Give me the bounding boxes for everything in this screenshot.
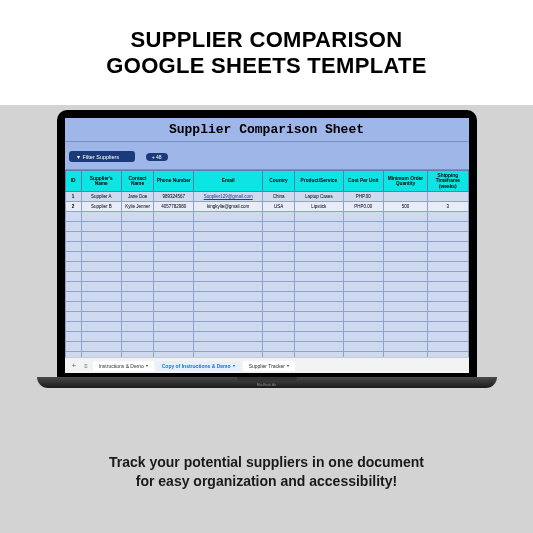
col-product[interactable]: Product/Service <box>295 171 343 192</box>
sheet-title: Supplier Comparison Sheet <box>65 118 469 142</box>
table-row[interactable]: 2 Supplier B Kylie Jenner 4057782980 kin… <box>65 201 468 211</box>
cell-phone[interactable]: 989324567 <box>154 191 194 201</box>
col-country[interactable]: Country <box>262 171 294 192</box>
table-row[interactable] <box>65 221 468 231</box>
tab-instructions[interactable]: Instructions & Demo▾ <box>93 361 154 371</box>
cell-contact[interactable]: Kylie Jenner <box>121 201 153 211</box>
add-pill[interactable]: + 48 <box>146 153 168 161</box>
table-row[interactable] <box>65 281 468 291</box>
col-id[interactable]: ID <box>65 171 81 192</box>
device-label: MacBook Air <box>257 383 277 387</box>
table-row[interactable] <box>65 271 468 281</box>
supplier-table: ID Supplier's Name Contact Name Phone Nu… <box>65 170 469 372</box>
cell-contact[interactable]: Jane Doe <box>121 191 153 201</box>
table-body: 1 Supplier A Jane Doe 989324567 Supplier… <box>65 191 468 371</box>
sheet-tabs: + ≡ Instructions & Demo▾ Copy of Instruc… <box>65 357 469 373</box>
cell-country[interactable]: China <box>262 191 294 201</box>
laptop-base: MacBook Air <box>37 377 497 388</box>
cell-ship[interactable]: 3 <box>428 201 468 211</box>
add-sheet-button[interactable]: + <box>69 361 80 370</box>
table-row[interactable] <box>65 261 468 271</box>
table-row[interactable] <box>65 251 468 261</box>
main-heading: SUPPLIER COMPARISON GOOGLE SHEETS TEMPLA… <box>106 27 426 78</box>
cell-id[interactable]: 2 <box>65 201 81 211</box>
filter-label: Filter Suppliers <box>83 154 120 160</box>
table-row[interactable] <box>65 291 468 301</box>
heading-line-1: SUPPLIER COMPARISON <box>131 27 403 52</box>
filter-suppliers-button[interactable]: Filter Suppliers <box>69 151 136 162</box>
chevron-down-icon: ▾ <box>146 363 148 368</box>
chevron-down-icon: ▾ <box>233 363 235 368</box>
tagline-line-2: for easy organization and accessibility! <box>136 473 397 489</box>
cell-name[interactable]: Supplier A <box>81 191 121 201</box>
heading-line-2: GOOGLE SHEETS TEMPLATE <box>106 53 426 78</box>
cell-cost[interactable]: PHP.00 <box>343 191 383 201</box>
tagline-line-1: Track your potential suppliers in one do… <box>109 454 424 470</box>
cell-product[interactable]: Laptop Cases <box>295 191 343 201</box>
tab-supplier-tracker[interactable]: Supplier Tracker▾ <box>243 361 295 371</box>
col-phone[interactable]: Phone Number <box>154 171 194 192</box>
col-moq[interactable]: Minimum Order Quantity <box>383 171 427 192</box>
cell-cost[interactable]: PHP0.00 <box>343 201 383 211</box>
table-row[interactable] <box>65 311 468 321</box>
screen: Supplier Comparison Sheet Filter Supplie… <box>65 118 469 373</box>
filter-bar: Filter Suppliers + 48 <box>65 142 469 170</box>
chevron-down-icon: ▾ <box>287 363 289 368</box>
tagline: Track your potential suppliers in one do… <box>0 453 533 491</box>
cell-name[interactable]: Supplier B <box>81 201 121 211</box>
all-sheets-button[interactable]: ≡ <box>81 363 91 369</box>
cell-moq[interactable] <box>383 191 427 201</box>
table-row[interactable]: 1 Supplier A Jane Doe 989324567 Supplier… <box>65 191 468 201</box>
table-row[interactable] <box>65 241 468 251</box>
col-contact[interactable]: Contact Name <box>121 171 153 192</box>
table-row[interactable] <box>65 341 468 351</box>
cell-email[interactable]: Supplier129@gmail.com <box>194 191 263 201</box>
col-email[interactable]: Email <box>194 171 263 192</box>
table-row[interactable] <box>65 301 468 311</box>
cell-product[interactable]: Lipstick <box>295 201 343 211</box>
table-row[interactable] <box>65 231 468 241</box>
laptop-mockup: Supplier Comparison Sheet Filter Supplie… <box>57 110 477 388</box>
table-row[interactable] <box>65 331 468 341</box>
top-banner: SUPPLIER COMPARISON GOOGLE SHEETS TEMPLA… <box>0 0 533 105</box>
cell-country[interactable]: USA <box>262 201 294 211</box>
cell-moq[interactable]: 500 <box>383 201 427 211</box>
table-header-row: ID Supplier's Name Contact Name Phone Nu… <box>65 171 468 192</box>
table-row[interactable] <box>65 211 468 221</box>
col-cost[interactable]: Cost Per Unit <box>343 171 383 192</box>
col-name[interactable]: Supplier's Name <box>81 171 121 192</box>
cell-ship[interactable] <box>428 191 468 201</box>
cell-id[interactable]: 1 <box>65 191 81 201</box>
cell-phone[interactable]: 4057782980 <box>154 201 194 211</box>
col-ship[interactable]: Shipping Timeframe (weeks) <box>428 171 468 192</box>
table-row[interactable] <box>65 321 468 331</box>
tab-copy-instructions[interactable]: Copy of Instructions & Demo▾ <box>156 361 241 371</box>
cell-email[interactable]: kingkylie@gmail.com <box>194 201 263 211</box>
screen-bezel: Supplier Comparison Sheet Filter Supplie… <box>57 110 477 377</box>
